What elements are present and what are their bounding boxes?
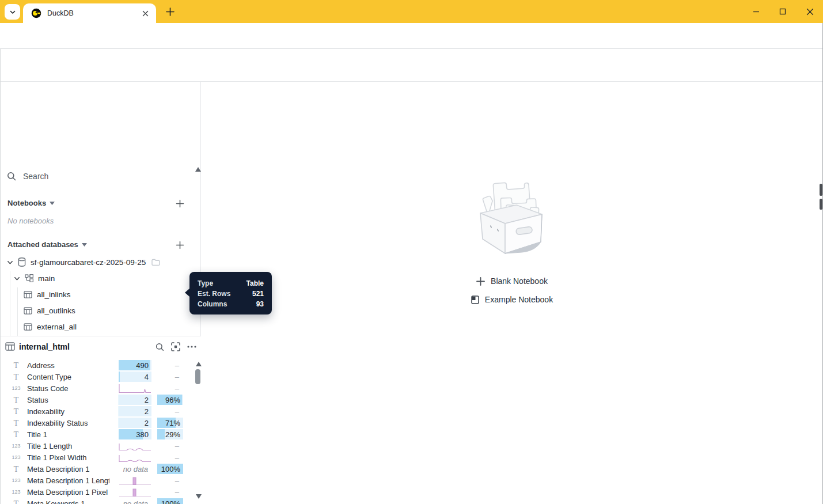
column-stats-row[interactable]: T Meta Description 1 no data 100%	[0, 463, 194, 475]
stats-panel-title: internal_html	[19, 337, 70, 357]
empty-state: Blank Notebook Example Notebook	[202, 169, 822, 306]
column-stats-row[interactable]: T Indexability Status 2 71%	[0, 417, 194, 429]
histogram-sparkline	[119, 383, 151, 393]
column-name: Status Code	[27, 382, 109, 394]
tree-database-row[interactable]: sf-glamourcabaret-cz-2025-09-25	[0, 254, 199, 270]
column-stats-row[interactable]: 123 Title 1 Length –	[0, 440, 194, 452]
column-percent-cell: –	[157, 360, 183, 370]
tooltip-arrow	[185, 289, 189, 297]
minimize-button[interactable]	[743, 0, 769, 23]
column-name: Title 1 Length	[27, 440, 109, 452]
attached-databases-label: Attached databases	[7, 240, 78, 249]
column-count-cell: 490	[119, 360, 151, 370]
browser-tab[interactable]: DuckDB	[23, 3, 156, 23]
column-stats-row[interactable]: T Title 1 380 29%	[0, 429, 194, 440]
chevron-down-icon[interactable]	[7, 259, 13, 266]
column-percent-cell: –	[157, 475, 183, 486]
browser-titlebar: DuckDB	[0, 0, 823, 23]
column-type-icon: T	[9, 371, 23, 382]
browser-toolbar: localhost:4213	[0, 23, 823, 49]
column-percent-cell: –	[157, 452, 183, 463]
column-percent-cell: 100%	[157, 498, 183, 504]
stats-search-button[interactable]	[155, 342, 164, 351]
stats-expand-button[interactable]	[171, 342, 180, 351]
blank-notebook-label: Blank Notebook	[491, 276, 548, 286]
stats-more-button[interactable]	[187, 342, 196, 351]
blank-notebook-button[interactable]: Blank Notebook	[476, 275, 548, 287]
column-type-icon: T	[9, 394, 23, 406]
table-icon	[24, 291, 32, 298]
database-name: sf-glamourcabaret-cz-2025-09-25	[31, 258, 146, 267]
close-tab-icon[interactable]	[140, 8, 150, 18]
table-icon	[5, 342, 15, 351]
sidebar-table-item[interactable]: all_inlinks	[0, 286, 199, 302]
attach-database-button[interactable]	[175, 240, 185, 250]
column-count-cell: no data	[119, 498, 151, 504]
sidebar-table-item[interactable]: external_all	[0, 319, 199, 335]
ellipsis-icon	[187, 346, 196, 348]
window-scrollbar-thumb[interactable]	[820, 199, 822, 210]
column-type-icon: 123	[9, 382, 23, 394]
tooltip-value: 521	[252, 290, 264, 298]
stats-scrollbar-thumb[interactable]	[195, 369, 200, 384]
column-name: Meta Description 1	[27, 463, 109, 475]
column-stats-row[interactable]: 123 Title 1 Pixel Width –	[0, 452, 194, 463]
sidebar-table-item[interactable]: all_outlinks	[0, 302, 199, 319]
column-stats-row[interactable]: 123 Meta Description 1 Length –	[0, 475, 194, 486]
plus-icon	[476, 277, 485, 286]
column-name: Meta Keywords 1	[27, 498, 109, 504]
search-icon	[7, 172, 16, 181]
column-stats-row[interactable]: T Address 490 –	[0, 359, 194, 371]
example-notebook-button[interactable]: Example Notebook	[471, 293, 553, 306]
column-name: Meta Description 1 Length	[27, 475, 109, 486]
column-name: Meta Description 1 Pixel ...	[27, 486, 109, 498]
column-stats-row[interactable]: 123 Status Code –	[0, 382, 194, 394]
tree-schema-row[interactable]: main	[0, 270, 199, 286]
tooltip-label: Type	[198, 279, 213, 287]
search-input[interactable]: Search	[7, 172, 48, 181]
close-window-button[interactable]	[797, 0, 823, 23]
tab-search-button[interactable]	[5, 4, 20, 20]
column-count-cell	[119, 475, 151, 486]
column-type-icon: T	[9, 498, 23, 504]
schema-icon	[25, 274, 33, 282]
new-tab-button[interactable]	[164, 5, 176, 18]
search-label: Search	[23, 172, 48, 181]
column-count-cell: 2	[119, 406, 151, 416]
column-stats-row[interactable]: T Indexability 2 –	[0, 406, 194, 417]
triangle-up-icon	[195, 167, 201, 172]
schema-name: main	[38, 274, 55, 283]
column-percent-cell: 71%	[157, 418, 183, 428]
column-stats-row[interactable]: T Status 2 96%	[0, 394, 194, 406]
tooltip-label: Est. Rows	[198, 290, 230, 298]
triangle-up-icon	[196, 362, 202, 366]
notebooks-section-header[interactable]: Notebooks	[7, 199, 55, 207]
chevron-down-icon[interactable]	[14, 275, 20, 282]
histogram-sparkline	[119, 452, 151, 463]
folder-icon[interactable]	[151, 259, 161, 266]
table-icon	[24, 323, 32, 331]
window-scrollbar-thumb[interactable]	[820, 184, 822, 196]
tooltip-row: Type Table	[198, 278, 264, 289]
column-percent-cell: 100%	[157, 464, 183, 474]
column-percent-cell: –	[157, 372, 183, 382]
column-count-cell	[119, 487, 151, 497]
plus-icon	[166, 7, 175, 16]
column-percent-cell: 29%	[157, 429, 183, 439]
chevron-down-icon	[9, 9, 16, 16]
column-percent-cell: –	[157, 406, 183, 416]
caret-down-icon	[50, 202, 55, 205]
add-notebook-button[interactable]	[175, 198, 185, 209]
column-name: Indexability Status	[27, 417, 109, 429]
column-name: Title 1	[27, 429, 109, 440]
column-stats-row[interactable]: T Content Type 4 –	[0, 371, 194, 382]
column-count-cell: no data	[119, 464, 151, 474]
histogram-sparkline	[119, 441, 151, 451]
column-type-icon: T	[9, 429, 23, 440]
app-header: DuckDB Sign in to MotherDuck Help	[0, 49, 823, 82]
attached-databases-section-header[interactable]: Attached databases	[7, 240, 87, 249]
column-name: Content Type	[27, 371, 109, 382]
maximize-button[interactable]	[769, 0, 796, 23]
column-stats-row[interactable]: 123 Meta Description 1 Pixel ... –	[0, 486, 194, 498]
column-stats-row[interactable]: T Meta Keywords 1 no data 100%	[0, 498, 194, 504]
